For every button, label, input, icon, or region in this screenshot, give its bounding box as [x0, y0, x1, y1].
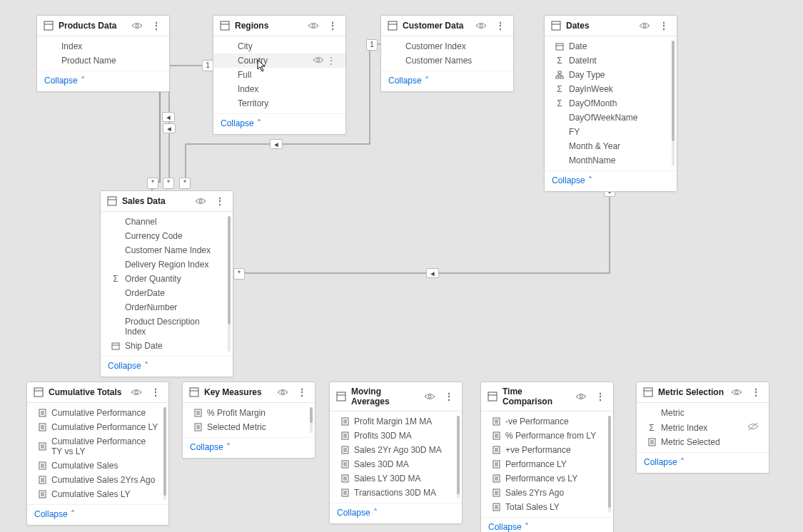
field-item[interactable]: Cumulative Performance: [27, 406, 168, 420]
table-regions[interactable]: Regions ⋮ City Country ⋮ Full Index Terr…: [213, 15, 346, 135]
more-icon[interactable]: ⋮: [149, 21, 163, 31]
field-item[interactable]: Sales LY 30D MA: [330, 471, 462, 486]
scrollbar[interactable]: [457, 416, 460, 498]
field-item[interactable]: Transactions 30D MA: [330, 486, 462, 500]
table-header[interactable]: Moving Averages ⋮: [330, 382, 462, 411]
collapse-button[interactable]: Collapse˄: [481, 517, 613, 532]
field-item[interactable]: % Performance from LY: [481, 429, 613, 443]
field-item[interactable]: Sales 2Yr Ago 30D MA: [330, 443, 462, 457]
table-header[interactable]: Products Data ⋮: [37, 16, 169, 36]
field-item[interactable]: Cumulative Sales 2Yrs Ago: [27, 473, 168, 487]
field-item[interactable]: Channel: [101, 215, 233, 229]
field-item[interactable]: Total Sales LY: [481, 500, 613, 514]
table-header[interactable]: Metric Selection ⋮: [637, 382, 769, 403]
more-icon[interactable]: ⋮: [327, 56, 335, 66]
collapse-button[interactable]: Collapse˄: [183, 437, 315, 458]
table-header[interactable]: Time Comparison ⋮: [481, 382, 613, 411]
table-key-measures[interactable]: Key Measures ⋮ % Profit Margin Selected …: [182, 382, 315, 459]
table-dates[interactable]: Dates ⋮ Date ΣDateInt Day Type ΣDayInWee…: [544, 15, 677, 192]
field-item[interactable]: Ship Date: [101, 339, 233, 353]
visibility-icon[interactable]: [637, 21, 652, 31]
field-item[interactable]: Customer Names: [381, 53, 513, 68]
collapse-button[interactable]: Collapse˄: [101, 356, 233, 377]
visibility-icon[interactable]: [129, 21, 145, 31]
field-item[interactable]: Sales 2Yrs Ago: [481, 486, 613, 500]
table-header[interactable]: Sales Data ⋮: [101, 191, 233, 212]
table-header[interactable]: Customer Data ⋮: [381, 16, 513, 36]
field-item[interactable]: Date: [545, 39, 677, 53]
field-item[interactable]: MonthName: [545, 153, 677, 168]
field-item[interactable]: Cumulative Sales: [27, 459, 168, 473]
visibility-icon[interactable]: [422, 392, 438, 401]
field-item[interactable]: Territory: [213, 96, 345, 111]
visibility-icon[interactable]: [313, 56, 324, 66]
field-item[interactable]: OrderNumber: [101, 300, 233, 314]
table-sales-data[interactable]: Sales Data ⋮ Channel Currency Code Custo…: [100, 190, 233, 377]
more-icon[interactable]: ⋮: [442, 392, 456, 401]
field-item[interactable]: Index: [213, 82, 345, 96]
scrollbar[interactable]: [310, 407, 313, 433]
field-item[interactable]: Customer Index: [381, 39, 513, 53]
collapse-button[interactable]: Collapse˄: [381, 71, 513, 91]
field-item[interactable]: DayOfWeekName: [545, 111, 677, 125]
field-item[interactable]: Country ⋮: [213, 53, 345, 68]
field-item[interactable]: -ve Performance: [481, 414, 613, 429]
field-item[interactable]: Cumulative Performance TY vs LY: [27, 434, 168, 459]
more-icon[interactable]: ⋮: [148, 387, 163, 397]
table-cumulative-totals[interactable]: Cumulative Totals ⋮ Cumulative Performan…: [26, 382, 169, 526]
field-item[interactable]: Index: [37, 39, 169, 53]
field-item[interactable]: OrderDate: [101, 286, 233, 300]
field-item[interactable]: City: [213, 39, 345, 53]
more-icon[interactable]: ⋮: [213, 196, 227, 206]
field-item[interactable]: Day Type: [545, 68, 677, 82]
visibility-icon[interactable]: [573, 392, 589, 401]
field-item[interactable]: Sales 30D MA: [330, 457, 462, 471]
visibility-icon[interactable]: [128, 387, 144, 397]
table-moving-averages[interactable]: Moving Averages ⋮ Profit Margin 1M MA Pr…: [329, 382, 463, 524]
visibility-icon[interactable]: [729, 387, 744, 397]
collapse-button[interactable]: Collapse˄: [545, 170, 677, 191]
collapse-button[interactable]: Collapse˄: [213, 113, 345, 134]
table-customer-data[interactable]: Customer Data ⋮ Customer Index Customer …: [380, 15, 514, 92]
table-header[interactable]: Cumulative Totals ⋮: [27, 382, 168, 403]
field-item[interactable]: Performance vs LY: [481, 471, 613, 486]
visibility-icon[interactable]: [275, 387, 291, 397]
more-icon[interactable]: ⋮: [493, 21, 507, 31]
table-header[interactable]: Dates ⋮: [545, 16, 677, 36]
field-item[interactable]: FY: [545, 125, 677, 139]
table-header[interactable]: Regions ⋮: [213, 16, 345, 36]
more-icon[interactable]: ⋮: [657, 21, 671, 31]
field-item[interactable]: Metric: [637, 406, 769, 420]
collapse-button[interactable]: Collapse˄: [37, 71, 169, 91]
table-header[interactable]: Key Measures ⋮: [183, 382, 315, 403]
scrollbar[interactable]: [228, 216, 231, 352]
field-item[interactable]: Delivery Region Index: [101, 257, 233, 272]
field-item[interactable]: Product Description Index: [101, 314, 233, 339]
collapse-button[interactable]: Collapse˄: [330, 503, 462, 523]
hidden-icon[interactable]: [747, 422, 759, 433]
field-item[interactable]: Cumulative Sales LY: [27, 487, 168, 501]
field-item[interactable]: ΣOrder Quantity: [101, 272, 233, 286]
field-item[interactable]: Performance LY: [481, 457, 613, 471]
field-item[interactable]: Metric Selected: [637, 435, 769, 449]
field-item[interactable]: Full: [213, 68, 345, 82]
field-item[interactable]: Customer Name Index: [101, 243, 233, 257]
field-item[interactable]: +ve Performance: [481, 443, 613, 457]
field-item[interactable]: Currency Code: [101, 229, 233, 243]
more-icon[interactable]: ⋮: [749, 387, 763, 397]
field-item[interactable]: ΣMetric Index: [637, 420, 769, 435]
more-icon[interactable]: ⋮: [593, 392, 607, 401]
more-icon[interactable]: ⋮: [325, 21, 340, 31]
field-item[interactable]: Month & Year: [545, 139, 677, 153]
collapse-button[interactable]: Collapse˄: [27, 504, 168, 525]
more-icon[interactable]: ⋮: [295, 387, 309, 397]
table-products-data[interactable]: Products Data ⋮ Index Product Name Colla…: [36, 15, 170, 92]
visibility-icon[interactable]: [305, 21, 321, 31]
field-item[interactable]: Cumulative Performance LY: [27, 420, 168, 434]
scrollbar[interactable]: [672, 41, 675, 166]
collapse-button[interactable]: Collapse˄: [637, 452, 769, 473]
field-item[interactable]: Product Name: [37, 53, 169, 68]
visibility-icon[interactable]: [193, 196, 208, 206]
field-item[interactable]: % Profit Margin: [183, 406, 315, 420]
field-item[interactable]: ΣDayOfMonth: [545, 96, 677, 111]
